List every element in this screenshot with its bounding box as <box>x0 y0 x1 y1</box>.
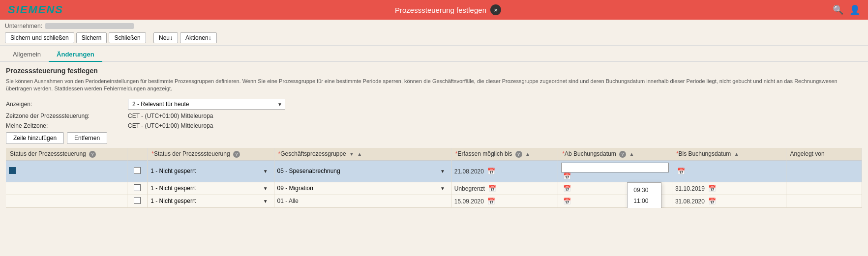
calendar-icon[interactable]: 📅 <box>563 198 571 205</box>
sort-icon-erfassen[interactable]: ▲ <box>525 151 530 157</box>
page-title: Prozesssteuerung festlegen <box>395 6 486 14</box>
row3-bis-buchung-cell: 31.08.2020 📅 <box>672 195 786 207</box>
row2-bis-buchung-cell: 31.10.2019 📅 <box>672 182 786 195</box>
tabs-area: Allgemein Änderungen <box>0 48 868 62</box>
row3-indicator-cell <box>6 195 127 207</box>
search-icon[interactable]: 🔍 <box>833 4 843 15</box>
time-option-0930[interactable]: 09:30 <box>628 185 661 196</box>
col-header-angelegt: Angelegt von <box>786 148 862 161</box>
calendar-icon[interactable]: 📅 <box>708 185 716 192</box>
help-icon-prozess-status[interactable]: ? <box>233 151 240 158</box>
col-header-ab-buchung: *Ab Buchungsdatum ? ▲ <box>558 148 672 161</box>
app-header: SIEMENS Prozesssteuerung festlegen × 🔍 👤 <box>0 0 868 20</box>
meine-zeitzone-label: Meine Zeitzone: <box>6 122 124 129</box>
toolbar-buttons: Sichern und schließen Sichern Schließen … <box>5 32 863 43</box>
row1-checkbox-cell[interactable] <box>127 160 148 182</box>
calendar-icon[interactable]: 📅 <box>563 185 571 192</box>
calendar-icon[interactable]: 📅 <box>487 198 495 205</box>
filter-icon-geschaeft[interactable]: ▼ <box>349 151 354 157</box>
row3-status-cell: 1 - Nicht gesperrt 2 - Gesperrt ▼ <box>148 195 274 207</box>
col-header-checkbox <box>127 148 148 161</box>
row3-checkbox-cell[interactable] <box>127 195 148 207</box>
calendar-icon[interactable]: 📅 <box>488 185 496 192</box>
row1-erfassen-value: 21.08.2020 <box>454 168 484 175</box>
row2-geschaeft-cell: 09 - Migration 05 - Spesenabrechnung 01 … <box>274 182 451 195</box>
tab-aenderungen[interactable]: Änderungen <box>49 48 102 62</box>
action-buttons: Zeile hinzufügen Entfernen <box>6 132 862 144</box>
row1-angelegt-cell <box>786 160 862 182</box>
row2-indicator-cell <box>6 182 127 195</box>
row2-erfassen-value: Unbegrenzt <box>454 185 485 192</box>
row2-erfassen-cell: Unbegrenzt 📅 <box>451 182 558 195</box>
col-header-geschaeft: *Geschäftsprozessgruppe ▼ ▲ <box>274 148 451 161</box>
sort-icon-ab-buchung[interactable]: ▲ <box>629 151 634 157</box>
row1-geschaeft-select[interactable]: 05 - Spesenabrechnung 09 - Migration 01 … <box>277 168 448 174</box>
help-icon-erfassen[interactable]: ? <box>515 151 522 158</box>
row2-angelegt-cell <box>786 182 862 195</box>
calendar-icon[interactable]: 📅 <box>487 168 495 175</box>
meine-zeitzone-value: CET - (UTC+01:00) Mitteleuropa <box>128 122 213 129</box>
save-button[interactable]: Sichern <box>76 32 107 43</box>
tab-allgemein[interactable]: Allgemein <box>5 48 49 62</box>
row3-angelegt-cell <box>786 195 862 207</box>
table-wrapper: Status der Prozesssteuerung ? *Status de… <box>6 148 862 208</box>
col-header-status: Status der Prozesssteuerung ? <box>6 148 127 161</box>
help-icon-ab-buchung[interactable]: ? <box>619 151 626 158</box>
row2-status-select[interactable]: 1 - Nicht gesperrt 2 - Gesperrt <box>150 185 270 192</box>
row1-geschaeft-select-wrapper: 05 - Spesenabrechnung 09 - Migration 01 … <box>277 168 448 174</box>
add-row-button[interactable]: Zeile hinzufügen <box>6 132 64 144</box>
table-row: 1 - Nicht gesperrt 2 - Gesperrt ▼ 05 - S… <box>6 160 862 182</box>
row2-status-select-wrapper: 1 - Nicht gesperrt 2 - Gesperrt ▼ <box>150 185 270 192</box>
row2-geschaeft-select[interactable]: 09 - Migration 05 - Spesenabrechnung 01 … <box>277 185 448 192</box>
save-close-button[interactable]: Sichern und schließen <box>5 32 74 43</box>
time-option-1100[interactable]: 11:00 <box>628 196 661 206</box>
calendar-icon[interactable]: 📅 <box>563 172 571 180</box>
row3-checkbox[interactable] <box>134 197 141 204</box>
anzeigen-select[interactable]: 2 - Relevant für heute 1 - Alle 3 - Letz… <box>128 99 285 110</box>
col-header-erfassen: *Erfassen möglich bis ? ▲ <box>451 148 558 161</box>
remove-button[interactable]: Entfernen <box>67 132 107 144</box>
company-label: Unternehmen: <box>5 23 42 29</box>
close-button[interactable]: Schließen <box>109 32 146 43</box>
row1-geschaeft-cell: 05 - Spesenabrechnung 09 - Migration 01 … <box>274 160 451 182</box>
company-value <box>45 23 134 29</box>
row2-ab-buchung-cell: 📅 09:30 11:00 <box>558 182 672 195</box>
header-icons: 🔍 👤 <box>833 4 860 15</box>
row1-ab-buchung-cell: 📅 <box>558 160 672 182</box>
new-button[interactable]: Neu↓ <box>153 32 178 43</box>
header-title-area: Prozesssteuerung festlegen × <box>395 4 501 15</box>
table-header-row: Status der Prozesssteuerung ? *Status de… <box>6 148 862 161</box>
row1-checkbox[interactable] <box>134 167 141 174</box>
zeitzone-label: Zeitzone der Prozesssteuerung: <box>6 113 124 119</box>
zeitzone-row: Zeitzone der Prozesssteuerung: CET - (UT… <box>6 113 862 119</box>
sort-icon-geschaeft[interactable]: ▲ <box>357 151 362 157</box>
row2-checkbox-cell[interactable] <box>127 182 148 195</box>
row3-status-select[interactable]: 1 - Nicht gesperrt 2 - Gesperrt <box>150 198 270 204</box>
zeitzone-value: CET - (UTC+01:00) Mitteleuropa <box>128 113 213 119</box>
anzeigen-select-wrapper: 2 - Relevant für heute 1 - Alle 3 - Letz… <box>128 99 285 110</box>
section-title: Prozesssteuerung festlegen <box>6 67 862 75</box>
siemens-logo: SIEMENS <box>8 3 63 16</box>
row3-erfassen-value: 15.09.2020 <box>454 198 484 205</box>
calendar-icon[interactable]: 📅 <box>708 198 716 205</box>
anzeigen-label: Anzeigen: <box>6 101 124 108</box>
row1-status-select[interactable]: 1 - Nicht gesperrt 2 - Gesperrt <box>150 168 270 174</box>
help-icon-status[interactable]: ? <box>89 151 96 158</box>
actions-button[interactable]: Aktionen↓ <box>180 32 217 43</box>
sort-icon-bis-buchung[interactable]: ▲ <box>734 151 739 157</box>
user-icon[interactable]: 👤 <box>849 4 860 15</box>
row2-status-cell: 1 - Nicht gesperrt 2 - Gesperrt ▼ <box>148 182 274 195</box>
calendar-icon[interactable]: 📅 <box>677 168 685 175</box>
company-line: Unternehmen: <box>5 23 863 29</box>
row1-status-cell: 1 - Nicht gesperrt 2 - Gesperrt ▼ <box>148 160 274 182</box>
row2-bis-buchung-value: 31.10.2019 <box>675 185 705 192</box>
row1-ab-buchung-input[interactable] <box>561 163 669 172</box>
anzeigen-row: Anzeigen: 2 - Relevant für heute 1 - All… <box>6 99 862 110</box>
row2-checkbox[interactable] <box>134 184 141 191</box>
row3-bis-buchung-value: 31.08.2020 <box>675 198 705 205</box>
section-description: Sie können Ausnahmen von den Periodenein… <box>6 78 842 93</box>
row3-erfassen-cell: 15.09.2020 📅 <box>451 195 558 207</box>
header-close-button[interactable]: × <box>490 4 501 15</box>
table-row: 1 - Nicht gesperrt 2 - Gesperrt ▼ 01 - A… <box>6 195 862 207</box>
col-header-prozess-status: *Status der Prozesssteuerung ? <box>148 148 274 161</box>
